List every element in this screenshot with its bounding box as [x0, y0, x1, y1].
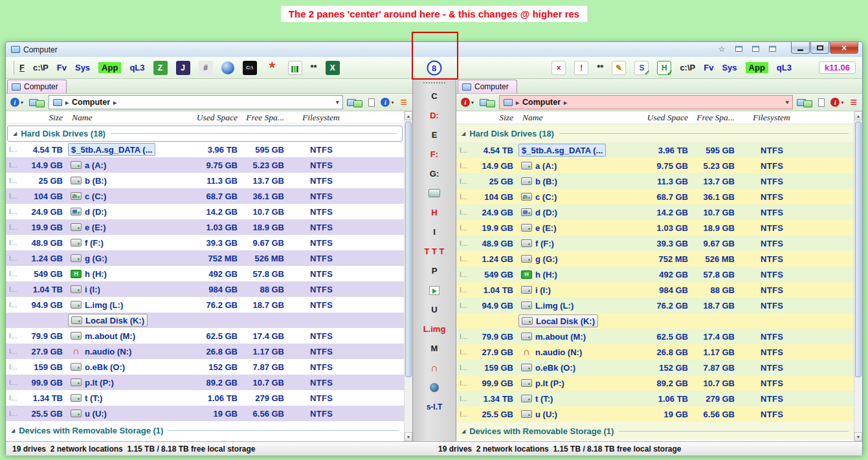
filter-menu-button[interactable]: i ▾	[379, 96, 395, 109]
s-doc-icon[interactable]: S✓	[634, 61, 649, 75]
greenshot-icon[interactable]: Z	[153, 61, 168, 75]
drive-row[interactable]: I...1.34 TBt (T:)1.06 TB279 GBNTFS	[456, 391, 854, 406]
drive-row[interactable]: I...25 GBb (B:)11.3 GB13.7 GBNTFS	[6, 173, 404, 188]
breadcrumb-item-computer[interactable]: Computer	[72, 98, 110, 107]
doc-alert-icon[interactable]: !	[574, 61, 588, 75]
column-size[interactable]: Size	[473, 113, 517, 123]
drive-row[interactable]: I...79.9 GBm.about (M:)62.5 GB17.4 GBNTF…	[456, 329, 854, 344]
divider-grip[interactable]	[423, 82, 445, 83]
hamburger-menu-button[interactable]: ≡	[397, 96, 410, 108]
toolbar-item-ql3[interactable]: qL3	[129, 63, 144, 72]
drive-row[interactable]: I...99.9 GBp.It (P:)89.2 GB10.7 GBNTFS	[456, 375, 854, 391]
drive-row[interactable]: I...14.9 GBa (A:)9.75 GB5.23 GBNTFS	[6, 157, 404, 173]
breadcrumb[interactable]: ▸ Computer ▸ ▾	[49, 95, 343, 109]
cmd-icon[interactable]: C:\	[243, 61, 257, 75]
column-filesystem[interactable]: Filesystem	[288, 113, 404, 123]
column-headers[interactable]: Size Name Used Space Free Spa... Filesys…	[6, 111, 404, 124]
edit-notes-icon[interactable]: ✎	[612, 61, 626, 75]
divider-item-g[interactable]: G:	[430, 168, 439, 179]
toolbar-item-sys[interactable]: Sys	[75, 63, 90, 72]
folder-doc-button[interactable]	[816, 96, 827, 109]
divider-headphones-icon[interactable]: ∩	[430, 362, 438, 373]
drive-row[interactable]: I...159 GBo.eBk (O:)152 GB7.87 GBNTFS	[6, 359, 404, 375]
divider-item-sit[interactable]: s-I.T	[427, 401, 443, 412]
column-size[interactable]: Size	[23, 113, 67, 123]
drive-row[interactable]: I...27.9 GB∩n.audio (N:)26.8 GB1.17 GBNT…	[456, 344, 854, 360]
drive-row[interactable]: I...549 GBHh (H:)492 GB57.8 GBNTFS	[456, 267, 854, 282]
toolbar-item-sys[interactable]: Sys	[722, 63, 737, 72]
toolbar-item-fv[interactable]: Fv	[704, 63, 713, 72]
drive-row[interactable]: I...4.54 TB$_5tb.A.sg_DATA (...3.96 TB59…	[6, 142, 404, 157]
divider-item-m[interactable]: M	[431, 343, 438, 354]
drive-row[interactable]: I...25 GBb (B:)11.3 GB13.7 GBNTFS	[456, 173, 854, 189]
scrollbar-thumb[interactable]	[405, 122, 412, 377]
divider-item-f[interactable]: F:	[430, 149, 438, 160]
drive-row[interactable]: I...48.9 GBf (F:)39.3 GB9.67 GBNTFS	[456, 235, 854, 251]
doc-delete-icon[interactable]: ×	[551, 61, 566, 75]
toolbar-grip[interactable]	[12, 61, 14, 75]
drive-row[interactable]: I...25.5 GBu (U:)19 GB6.56 GBNTFS	[456, 406, 854, 422]
filter-menu-button[interactable]: i ▾	[829, 96, 845, 109]
group-header-removable-storage[interactable]: ◢ Devices with Removable Storage (1)	[6, 421, 404, 439]
breadcrumb-item-computer[interactable]: Computer	[522, 98, 561, 107]
column-used-space[interactable]: Used Space	[190, 113, 241, 123]
right-vertical-scrollbar[interactable]: ▲ ▼	[854, 111, 862, 441]
scroll-up-button[interactable]: ▲	[854, 111, 862, 120]
column-name[interactable]: Name	[517, 113, 640, 123]
column-headers[interactable]: Size Name Used Space Free Spa... Filesys…	[456, 111, 854, 124]
column-used-space[interactable]: Used Space	[640, 113, 692, 123]
drive-row[interactable]: I...104 GBc (C:)68.7 GB36.1 GBNTFS	[456, 189, 854, 204]
column-name[interactable]: Name	[67, 113, 190, 123]
info-menu-button[interactable]: i ▾	[459, 96, 476, 109]
drive-row[interactable]: I...1.34 TBt (T:)1.06 TB279 GBNTFS	[6, 390, 404, 406]
drive-row[interactable]: I...25.5 GBu (U:)19 GB6.56 GBNTFS	[6, 406, 404, 421]
drive-row[interactable]: I...24.9 GBd (D:)14.2 GB10.7 GBNTFS	[456, 204, 854, 220]
breadcrumb[interactable]: ▸ Computer ▸ ▾	[499, 95, 793, 109]
excel-icon[interactable]: X	[326, 61, 340, 75]
drive-row[interactable]: I...94.9 GBL.img (L:)76.2 GB18.7 GBNTFS	[6, 297, 404, 312]
drive-row[interactable]: I...19.9 GBe (E:)1.03 GB18.9 GBNTFS	[456, 220, 854, 235]
window-tool-icon-1[interactable]	[733, 44, 744, 54]
window-tool-icon-3[interactable]	[766, 44, 778, 54]
toolbar-item-f[interactable]: F	[19, 63, 25, 72]
drive-row[interactable]: I...4.54 TB$_5tb.A.sg_DATA (...3.96 TB59…	[456, 142, 854, 158]
blue-sphere-icon[interactable]	[221, 61, 234, 74]
drive-row[interactable]: I...104 GBc (C:)68.7 GB36.1 GBNTFS	[6, 188, 404, 204]
drive-row[interactable]: I...99.9 GBp.It (P:)89.2 GB10.7 GBNTFS	[6, 375, 404, 390]
divider-item-c[interactable]: C	[431, 91, 437, 102]
divider-green-arrow-icon[interactable]	[429, 285, 440, 296]
drive-row[interactable]: I...48.9 GBf (F:)39.3 GB9.67 GBNTFS	[6, 235, 404, 250]
drive-row[interactable]: Local Disk (K:)	[456, 313, 854, 329]
drive-row[interactable]: I...1.04 TBi (I:)984 GB88 GBNTFS	[6, 281, 404, 297]
dual-monitor-button[interactable]	[27, 96, 47, 109]
divider-item-h[interactable]: H	[431, 207, 437, 218]
scroll-down-button[interactable]: ▼	[405, 432, 412, 441]
scrollbar-thumb[interactable]	[855, 122, 862, 377]
divider-item-d[interactable]: D:	[430, 110, 439, 121]
scroll-down-button[interactable]: ▼	[854, 432, 862, 441]
drive-row[interactable]: I...14.9 GBa (A:)9.75 GB5.23 GBNTFS	[456, 158, 854, 173]
toolbar-item-cp[interactable]: c:\P	[33, 63, 49, 72]
divider-item-ttt[interactable]: T T T	[424, 246, 444, 257]
drive-row[interactable]: I...24.9 GBd (D:)14.2 GB10.7 GBNTFS	[6, 204, 404, 219]
favorites-star-icon[interactable]: ☆	[716, 44, 728, 54]
toolbar-item-fv[interactable]: Fv	[57, 63, 67, 72]
toolbar-item-app[interactable]: App	[98, 62, 121, 73]
toolbar-item-app[interactable]: App	[746, 62, 768, 73]
drive-row[interactable]: I...19.9 GBe (E:)1.03 GB18.9 GBNTFS	[6, 219, 404, 235]
tab-computer[interactable]: Computer	[7, 80, 67, 93]
info-menu-button[interactable]: i ▾	[8, 96, 25, 109]
breadcrumb-dropdown-icon[interactable]: ▾	[786, 99, 789, 105]
group-header-removable-storage[interactable]: ◢ Devices with Removable Storage (1)	[456, 422, 854, 440]
divider-item-limg[interactable]: L.img	[423, 323, 446, 334]
hamburger-menu-button[interactable]: ≡	[847, 96, 860, 108]
scroll-up-button[interactable]: ▲	[405, 111, 412, 120]
close-button[interactable]: ×	[830, 42, 858, 54]
column-filesystem[interactable]: Filesystem	[739, 113, 854, 123]
divider-item-p[interactable]: P	[432, 265, 438, 276]
folder-doc-button[interactable]	[366, 96, 377, 109]
scrollbar-track[interactable]	[405, 120, 412, 432]
scrollbar-track[interactable]	[854, 120, 862, 432]
tab-computer[interactable]: Computer	[458, 80, 517, 93]
column-free-space[interactable]: Free Spa...	[241, 113, 288, 123]
